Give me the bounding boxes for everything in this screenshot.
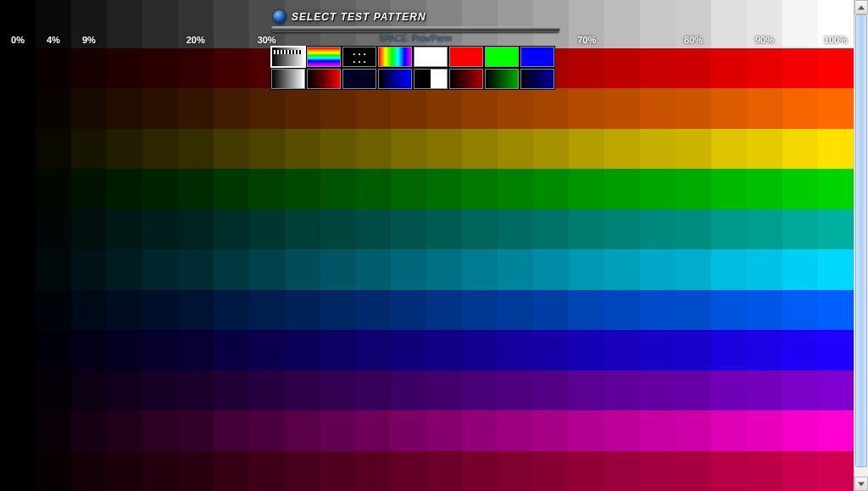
pattern-thumb-dark-red-ramp[interactable] [449,69,483,89]
grid-cell [0,451,36,491]
grid-cell [320,169,356,209]
grid-cell [498,371,533,410]
pattern-thumb-blue-ramp[interactable] [378,69,412,89]
grid-cell [569,410,604,450]
grid-cell [498,169,533,209]
scroll-track[interactable] [854,14,868,477]
grid-cell [71,371,107,410]
grid-cell [818,410,854,450]
grid-cell [285,410,320,450]
grid-cell [640,330,676,370]
grid-cell [640,88,676,128]
grid-cell [782,330,818,370]
grid-cell [142,129,178,169]
grid-cell [71,410,107,450]
grid-cell [569,451,604,491]
pattern-thumb-full-blue[interactable] [520,47,554,67]
grid-cell [604,88,640,128]
grid-cell [711,169,747,209]
pattern-thumb-red-ramp[interactable] [307,69,341,89]
grid-cell [107,249,142,289]
grid-cell [214,88,249,128]
grid-cell [0,249,36,289]
pattern-thumb-dark-blue-ramp[interactable] [520,69,554,89]
pattern-thumb-grayscale-bars[interactable] [271,47,305,67]
grid-cell [320,88,356,128]
grid-cell [36,410,71,450]
grid-cell [142,371,178,410]
grid-cell [320,451,356,491]
grid-cell [818,290,854,330]
grid-cell [249,451,285,491]
grid-cell [107,88,142,128]
grid-cell [391,451,426,491]
scroll-up-button[interactable] [854,0,868,14]
grid-cell [142,48,178,88]
grid-cell [178,169,214,209]
grid-cell [604,209,640,249]
grid-cell [533,410,569,450]
grid-cell [569,249,604,289]
grid-cell [36,88,71,128]
scroll-down-button[interactable] [854,477,868,491]
grid-cell [747,88,782,128]
pattern-thumb-black-white-split[interactable] [414,69,448,89]
grid-cell [142,451,178,491]
grid-cell [640,0,676,48]
grid-cell [249,290,285,330]
grid-cell [747,249,782,289]
pattern-thumb-convergence-dots[interactable] [342,47,376,67]
grid-cell [604,451,640,491]
pattern-thumb-gray-ramp[interactable] [271,69,305,89]
pattern-thumb-full-red[interactable] [449,47,483,67]
pattern-thumb-full-white[interactable] [414,47,448,67]
grid-cell [782,0,818,48]
pattern-thumb-dark-green-ramp[interactable] [485,69,519,89]
scroll-thumb[interactable] [855,14,867,467]
grid-cell: 9% [71,0,107,48]
pct-label: 80% [684,35,703,45]
grid-cell [320,290,356,330]
grid-cell [782,169,818,209]
grid-cell: 4% [36,0,71,48]
grid-cell [36,249,71,289]
pattern-thumb-rainbow-cols[interactable] [378,47,412,67]
grid-cell [71,330,107,370]
grid-cell [426,169,462,209]
grid-cell [36,371,71,410]
grid-cell [285,88,320,128]
grid-cell [711,88,747,128]
grid-cell [356,290,392,330]
grid-cell: 100% [818,0,854,48]
vertical-scrollbar[interactable] [854,0,868,491]
pattern-thumb-rainbow-rows[interactable] [307,47,341,67]
grid-cell [498,249,533,289]
grid-cell [107,371,142,410]
grid-cell [782,48,818,88]
pattern-thumb-full-green[interactable] [485,47,519,67]
grid-cell [498,451,533,491]
grid-cell [533,249,569,289]
grid-cell [320,330,356,370]
grid-cell [214,209,249,249]
grid-cell [285,330,320,370]
grid-cell [0,330,36,370]
grid-cell [249,410,285,450]
grid-cell [533,209,569,249]
selector-subtitle: SPACE: Prov/Perm [271,34,559,43]
grid-row-indigo [0,330,854,370]
grid-cell [533,451,569,491]
pattern-thumb-vertical-bars[interactable] [342,69,376,89]
grid-cell [569,48,604,88]
grid-cell [142,290,178,330]
grid-cell [533,290,569,330]
grid-cell [356,169,392,209]
grid-cell [36,129,71,169]
grid-cell [782,209,818,249]
grid-cell [356,129,392,169]
grid-cell [391,249,426,289]
grid-cell [747,129,782,169]
grid-cell [426,290,462,330]
grid-cell [604,169,640,209]
grid-cell [249,169,285,209]
